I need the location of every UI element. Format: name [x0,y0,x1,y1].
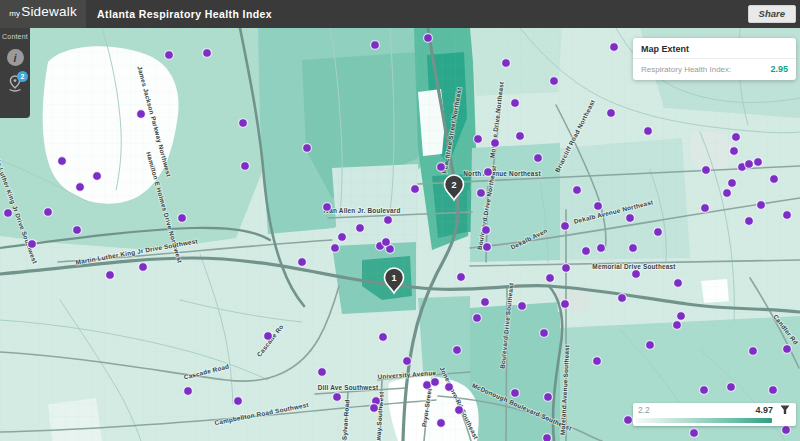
map-dot[interactable] [455,406,464,415]
filter-icon[interactable] [780,405,790,415]
map-dot[interactable] [481,298,490,307]
legend-gradient-track[interactable] [636,418,772,423]
map-dot[interactable] [573,186,582,195]
map-dot[interactable] [561,300,570,309]
map-dot[interactable] [516,132,525,141]
map-dot[interactable] [384,216,393,225]
map-dot[interactable] [561,222,570,231]
map-dot[interactable] [234,397,243,406]
map-pin-layer-icon[interactable]: 2 [6,74,24,94]
mysidewalk-logo[interactable]: mySidewalk [0,0,86,28]
map-dot[interactable] [757,201,766,210]
map-dot[interactable] [754,158,763,167]
map-dot[interactable] [491,139,500,148]
map-dot[interactable] [727,383,736,392]
map-dot[interactable] [732,133,741,142]
map-dot[interactable] [632,270,641,279]
map-dot[interactable] [457,273,466,282]
map-dot[interactable] [550,77,559,86]
map-dot[interactable] [690,429,699,438]
map-dot[interactable] [730,147,739,156]
share-button[interactable]: Share [748,5,796,23]
map-dot[interactable] [484,168,493,177]
map-dot[interactable] [331,244,340,253]
map-dot[interactable] [749,347,758,356]
map-dot[interactable] [437,163,446,172]
map-dot[interactable] [597,244,606,253]
map-dot[interactable] [673,321,682,330]
map-dot[interactable] [701,204,710,213]
map-dot[interactable] [239,119,248,128]
map-dot[interactable] [382,238,391,247]
map-dot[interactable] [723,189,732,198]
map-dot[interactable] [607,109,616,118]
map-dot[interactable] [184,387,193,396]
map-dot[interactable] [411,185,420,194]
map-dot[interactable] [264,332,273,341]
info-icon[interactable]: i [7,49,24,66]
map-dot[interactable] [540,329,549,338]
map-dot[interactable] [769,386,778,395]
map-dot[interactable] [543,434,552,441]
map-dot[interactable] [783,345,792,354]
map-dot[interactable] [445,383,454,392]
map-dot[interactable] [58,157,67,166]
map-dot[interactable] [618,294,627,303]
map-dot[interactable] [431,378,440,387]
map-dot[interactable] [511,389,520,398]
map-dot[interactable] [453,346,462,355]
map-dot[interactable] [424,34,433,43]
map-dot[interactable] [646,341,655,350]
map-dot[interactable] [73,226,82,235]
map-dot[interactable] [93,172,102,181]
map-dot[interactable] [546,274,555,283]
map-dot[interactable] [594,202,603,211]
map-dot[interactable] [165,51,174,60]
map-dot[interactable] [403,357,412,366]
map-dot[interactable] [437,419,446,428]
map-dot[interactable] [298,258,307,267]
map-dot[interactable] [318,368,327,377]
map-dot[interactable] [629,244,638,253]
map-dot[interactable] [745,160,754,169]
map-dot[interactable] [482,226,491,235]
map-dot[interactable] [477,189,486,198]
map-dot[interactable] [473,314,482,323]
map-dot[interactable] [137,110,146,119]
map-dot[interactable] [303,144,312,153]
map-dot[interactable] [654,228,663,237]
map-dot[interactable] [511,99,520,108]
map-dot[interactable] [610,43,619,52]
map-dot[interactable] [562,264,571,273]
map-dot[interactable] [338,233,347,242]
map-dot[interactable] [203,49,212,58]
map-dot[interactable] [582,247,591,256]
map-dot[interactable] [106,271,115,280]
map-dot[interactable] [702,166,711,175]
map-dot[interactable] [44,208,53,217]
map-dot[interactable] [782,426,791,435]
map-dot[interactable] [644,127,653,136]
map-dot[interactable] [534,154,543,163]
map-dot[interactable] [626,214,635,223]
map-dot[interactable] [728,179,737,188]
map-dot[interactable] [502,59,511,68]
map-dot[interactable] [770,175,779,184]
map-dot[interactable] [677,312,686,321]
map-dot[interactable] [700,386,709,395]
map-dot[interactable] [624,416,633,425]
map-dot[interactable] [474,135,483,144]
map-dot[interactable] [241,162,250,171]
map-dot[interactable] [371,41,380,50]
map-dot[interactable] [483,243,492,252]
map-dot[interactable] [370,404,379,413]
map-dot[interactable] [674,279,683,288]
map-dot[interactable] [518,302,527,311]
map-dot[interactable] [178,214,187,223]
map-dot[interactable] [4,209,13,218]
map-dot[interactable] [379,333,388,342]
map-dot[interactable] [323,203,332,212]
map-dot[interactable] [139,263,148,272]
map-dot[interactable] [28,240,37,249]
map-dot[interactable] [593,357,602,366]
